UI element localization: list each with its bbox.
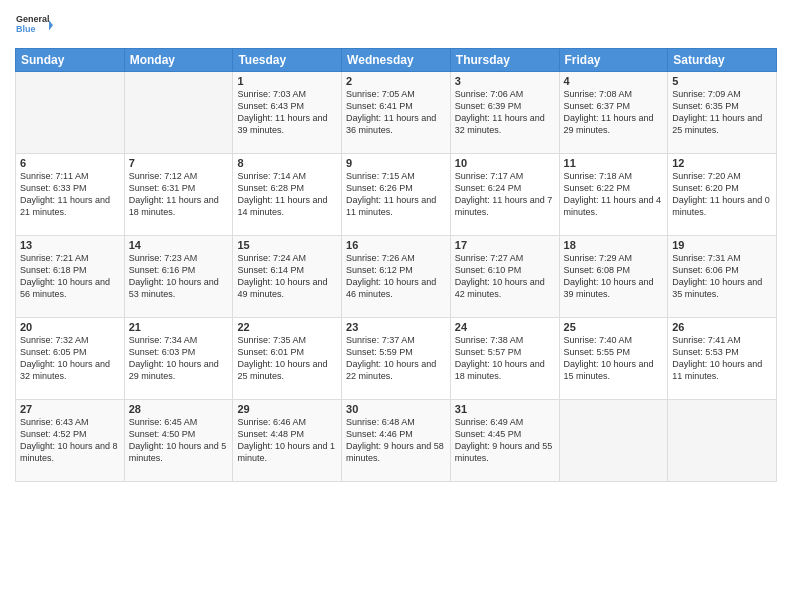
day-info: Sunrise: 7:38 AM Sunset: 5:57 PM Dayligh… bbox=[455, 334, 555, 383]
day-number: 27 bbox=[20, 403, 120, 415]
calendar-week-3: 20Sunrise: 7:32 AM Sunset: 6:05 PM Dayli… bbox=[16, 318, 777, 400]
calendar-cell: 20Sunrise: 7:32 AM Sunset: 6:05 PM Dayli… bbox=[16, 318, 125, 400]
calendar-cell: 8Sunrise: 7:14 AM Sunset: 6:28 PM Daylig… bbox=[233, 154, 342, 236]
calendar-cell: 22Sunrise: 7:35 AM Sunset: 6:01 PM Dayli… bbox=[233, 318, 342, 400]
day-info: Sunrise: 7:11 AM Sunset: 6:33 PM Dayligh… bbox=[20, 170, 120, 219]
day-info: Sunrise: 7:32 AM Sunset: 6:05 PM Dayligh… bbox=[20, 334, 120, 383]
calendar-cell: 31Sunrise: 6:49 AM Sunset: 4:45 PM Dayli… bbox=[450, 400, 559, 482]
day-info: Sunrise: 6:48 AM Sunset: 4:46 PM Dayligh… bbox=[346, 416, 446, 465]
day-number: 11 bbox=[564, 157, 664, 169]
day-number: 12 bbox=[672, 157, 772, 169]
calendar-cell bbox=[124, 72, 233, 154]
day-info: Sunrise: 6:43 AM Sunset: 4:52 PM Dayligh… bbox=[20, 416, 120, 465]
calendar-cell: 18Sunrise: 7:29 AM Sunset: 6:08 PM Dayli… bbox=[559, 236, 668, 318]
day-number: 18 bbox=[564, 239, 664, 251]
day-number: 31 bbox=[455, 403, 555, 415]
day-info: Sunrise: 7:23 AM Sunset: 6:16 PM Dayligh… bbox=[129, 252, 229, 301]
day-info: Sunrise: 7:31 AM Sunset: 6:06 PM Dayligh… bbox=[672, 252, 772, 301]
day-header-wednesday: Wednesday bbox=[342, 49, 451, 72]
day-info: Sunrise: 7:05 AM Sunset: 6:41 PM Dayligh… bbox=[346, 88, 446, 137]
day-number: 7 bbox=[129, 157, 229, 169]
day-info: Sunrise: 7:26 AM Sunset: 6:12 PM Dayligh… bbox=[346, 252, 446, 301]
day-info: Sunrise: 7:21 AM Sunset: 6:18 PM Dayligh… bbox=[20, 252, 120, 301]
calendar-cell: 2Sunrise: 7:05 AM Sunset: 6:41 PM Daylig… bbox=[342, 72, 451, 154]
day-info: Sunrise: 6:46 AM Sunset: 4:48 PM Dayligh… bbox=[237, 416, 337, 465]
calendar-week-2: 13Sunrise: 7:21 AM Sunset: 6:18 PM Dayli… bbox=[16, 236, 777, 318]
calendar-cell: 11Sunrise: 7:18 AM Sunset: 6:22 PM Dayli… bbox=[559, 154, 668, 236]
calendar-week-4: 27Sunrise: 6:43 AM Sunset: 4:52 PM Dayli… bbox=[16, 400, 777, 482]
calendar-cell: 21Sunrise: 7:34 AM Sunset: 6:03 PM Dayli… bbox=[124, 318, 233, 400]
day-header-tuesday: Tuesday bbox=[233, 49, 342, 72]
logo-svg: General Blue bbox=[15, 10, 55, 40]
day-number: 21 bbox=[129, 321, 229, 333]
calendar-week-0: 1Sunrise: 7:03 AM Sunset: 6:43 PM Daylig… bbox=[16, 72, 777, 154]
calendar-cell bbox=[16, 72, 125, 154]
day-info: Sunrise: 7:17 AM Sunset: 6:24 PM Dayligh… bbox=[455, 170, 555, 219]
calendar-cell: 24Sunrise: 7:38 AM Sunset: 5:57 PM Dayli… bbox=[450, 318, 559, 400]
day-info: Sunrise: 7:35 AM Sunset: 6:01 PM Dayligh… bbox=[237, 334, 337, 383]
day-number: 24 bbox=[455, 321, 555, 333]
day-info: Sunrise: 7:12 AM Sunset: 6:31 PM Dayligh… bbox=[129, 170, 229, 219]
calendar-cell: 19Sunrise: 7:31 AM Sunset: 6:06 PM Dayli… bbox=[668, 236, 777, 318]
day-number: 23 bbox=[346, 321, 446, 333]
day-number: 15 bbox=[237, 239, 337, 251]
day-header-sunday: Sunday bbox=[16, 49, 125, 72]
day-header-thursday: Thursday bbox=[450, 49, 559, 72]
calendar-cell: 12Sunrise: 7:20 AM Sunset: 6:20 PM Dayli… bbox=[668, 154, 777, 236]
day-info: Sunrise: 6:45 AM Sunset: 4:50 PM Dayligh… bbox=[129, 416, 229, 465]
day-number: 28 bbox=[129, 403, 229, 415]
calendar-cell: 16Sunrise: 7:26 AM Sunset: 6:12 PM Dayli… bbox=[342, 236, 451, 318]
calendar-cell: 6Sunrise: 7:11 AM Sunset: 6:33 PM Daylig… bbox=[16, 154, 125, 236]
calendar-cell: 29Sunrise: 6:46 AM Sunset: 4:48 PM Dayli… bbox=[233, 400, 342, 482]
day-info: Sunrise: 7:09 AM Sunset: 6:35 PM Dayligh… bbox=[672, 88, 772, 137]
day-info: Sunrise: 6:49 AM Sunset: 4:45 PM Dayligh… bbox=[455, 416, 555, 465]
day-number: 1 bbox=[237, 75, 337, 87]
calendar-cell: 30Sunrise: 6:48 AM Sunset: 4:46 PM Dayli… bbox=[342, 400, 451, 482]
day-number: 22 bbox=[237, 321, 337, 333]
calendar-cell: 5Sunrise: 7:09 AM Sunset: 6:35 PM Daylig… bbox=[668, 72, 777, 154]
day-header-saturday: Saturday bbox=[668, 49, 777, 72]
header: General Blue bbox=[15, 10, 777, 40]
day-number: 13 bbox=[20, 239, 120, 251]
day-info: Sunrise: 7:03 AM Sunset: 6:43 PM Dayligh… bbox=[237, 88, 337, 137]
day-number: 30 bbox=[346, 403, 446, 415]
calendar-cell bbox=[668, 400, 777, 482]
day-number: 16 bbox=[346, 239, 446, 251]
calendar-cell: 14Sunrise: 7:23 AM Sunset: 6:16 PM Dayli… bbox=[124, 236, 233, 318]
day-number: 29 bbox=[237, 403, 337, 415]
day-info: Sunrise: 7:15 AM Sunset: 6:26 PM Dayligh… bbox=[346, 170, 446, 219]
calendar-cell: 1Sunrise: 7:03 AM Sunset: 6:43 PM Daylig… bbox=[233, 72, 342, 154]
day-info: Sunrise: 7:06 AM Sunset: 6:39 PM Dayligh… bbox=[455, 88, 555, 137]
calendar-cell: 3Sunrise: 7:06 AM Sunset: 6:39 PM Daylig… bbox=[450, 72, 559, 154]
day-info: Sunrise: 7:20 AM Sunset: 6:20 PM Dayligh… bbox=[672, 170, 772, 219]
day-info: Sunrise: 7:08 AM Sunset: 6:37 PM Dayligh… bbox=[564, 88, 664, 137]
calendar-cell: 25Sunrise: 7:40 AM Sunset: 5:55 PM Dayli… bbox=[559, 318, 668, 400]
day-info: Sunrise: 7:41 AM Sunset: 5:53 PM Dayligh… bbox=[672, 334, 772, 383]
calendar-cell: 28Sunrise: 6:45 AM Sunset: 4:50 PM Dayli… bbox=[124, 400, 233, 482]
day-info: Sunrise: 7:29 AM Sunset: 6:08 PM Dayligh… bbox=[564, 252, 664, 301]
calendar-cell: 13Sunrise: 7:21 AM Sunset: 6:18 PM Dayli… bbox=[16, 236, 125, 318]
day-info: Sunrise: 7:27 AM Sunset: 6:10 PM Dayligh… bbox=[455, 252, 555, 301]
day-number: 25 bbox=[564, 321, 664, 333]
day-info: Sunrise: 7:34 AM Sunset: 6:03 PM Dayligh… bbox=[129, 334, 229, 383]
day-number: 17 bbox=[455, 239, 555, 251]
calendar-cell bbox=[559, 400, 668, 482]
day-info: Sunrise: 7:37 AM Sunset: 5:59 PM Dayligh… bbox=[346, 334, 446, 383]
calendar-header-row: SundayMondayTuesdayWednesdayThursdayFrid… bbox=[16, 49, 777, 72]
day-number: 26 bbox=[672, 321, 772, 333]
day-number: 19 bbox=[672, 239, 772, 251]
day-info: Sunrise: 7:24 AM Sunset: 6:14 PM Dayligh… bbox=[237, 252, 337, 301]
day-number: 9 bbox=[346, 157, 446, 169]
calendar-cell: 26Sunrise: 7:41 AM Sunset: 5:53 PM Dayli… bbox=[668, 318, 777, 400]
day-number: 3 bbox=[455, 75, 555, 87]
page: General Blue SundayMondayTuesdayWednesda… bbox=[0, 0, 792, 612]
day-header-monday: Monday bbox=[124, 49, 233, 72]
day-info: Sunrise: 7:18 AM Sunset: 6:22 PM Dayligh… bbox=[564, 170, 664, 219]
calendar-cell: 27Sunrise: 6:43 AM Sunset: 4:52 PM Dayli… bbox=[16, 400, 125, 482]
calendar-cell: 17Sunrise: 7:27 AM Sunset: 6:10 PM Dayli… bbox=[450, 236, 559, 318]
day-number: 5 bbox=[672, 75, 772, 87]
calendar: SundayMondayTuesdayWednesdayThursdayFrid… bbox=[15, 48, 777, 482]
svg-text:Blue: Blue bbox=[16, 24, 36, 34]
calendar-week-1: 6Sunrise: 7:11 AM Sunset: 6:33 PM Daylig… bbox=[16, 154, 777, 236]
calendar-cell: 4Sunrise: 7:08 AM Sunset: 6:37 PM Daylig… bbox=[559, 72, 668, 154]
